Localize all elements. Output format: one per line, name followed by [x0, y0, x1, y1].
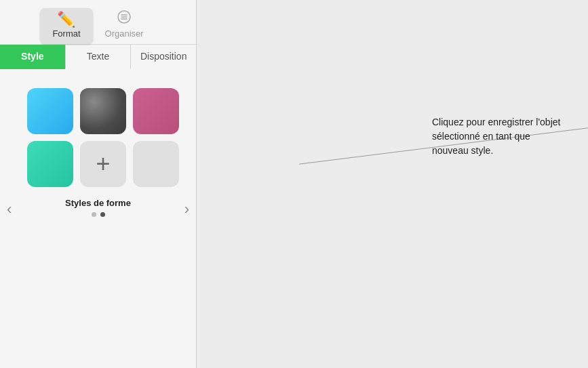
- format-icon: ✏️: [57, 12, 75, 27]
- annotation-svg: [197, 0, 588, 368]
- right-area: Cliquez pour enregistrer l'objet sélecti…: [197, 0, 588, 368]
- swatch-pink[interactable]: [133, 88, 179, 134]
- format-button[interactable]: ✏️ Format: [40, 8, 92, 44]
- styles-area: ‹ + › Styles de forme: [0, 69, 196, 368]
- styles-label: Styles de forme: [0, 198, 196, 208]
- annotation-text: Cliquez pour enregistrer l'objet sélecti…: [432, 115, 568, 158]
- tab-style[interactable]: Style: [0, 45, 65, 69]
- format-label: Format: [52, 28, 80, 39]
- nav-left-button[interactable]: ‹: [1, 198, 17, 221]
- swatch-empty: [133, 141, 179, 187]
- toolbar-row: ✏️ Format Organiser: [0, 0, 196, 45]
- page-container: ✏️ Format Organiser Style Texte Dispo: [0, 0, 588, 368]
- tab-row: Style Texte Disposition: [0, 45, 196, 69]
- nav-right-button[interactable]: ›: [179, 198, 195, 221]
- tab-texte[interactable]: Texte: [65, 45, 132, 69]
- organiser-button[interactable]: Organiser: [93, 5, 156, 44]
- swatch-blue[interactable]: [27, 88, 73, 134]
- swatch-add[interactable]: +: [80, 141, 126, 187]
- left-panel: ✏️ Format Organiser Style Texte Dispo: [0, 0, 197, 368]
- organiser-label: Organiser: [105, 28, 144, 39]
- style-grid: +: [0, 81, 196, 194]
- dot-2: [100, 212, 105, 217]
- dot-1: [92, 212, 96, 217]
- dots-row: [0, 212, 196, 217]
- swatch-gray[interactable]: [80, 88, 126, 134]
- tab-disposition[interactable]: Disposition: [131, 45, 196, 69]
- swatch-teal[interactable]: [27, 141, 73, 187]
- organiser-icon: [117, 9, 132, 27]
